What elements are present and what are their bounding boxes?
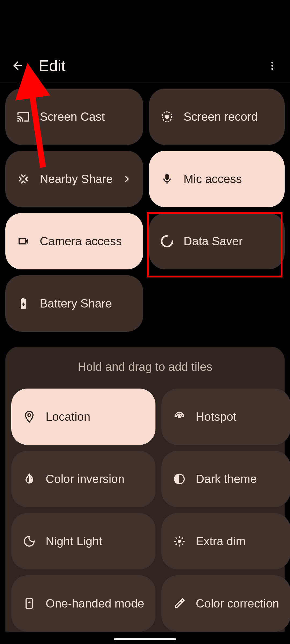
location-icon: [23, 410, 36, 423]
tile-hotspot[interactable]: Hotspot: [161, 389, 290, 445]
tile-screen-record[interactable]: Screen record: [149, 89, 285, 145]
tile-label: Screen Cast: [40, 110, 105, 123]
tile-label: Night Light: [46, 535, 102, 548]
tile-screen-cast[interactable]: Screen Cast: [5, 89, 143, 145]
datasaver-icon: [160, 235, 174, 248]
invert-icon: [23, 472, 36, 486]
tile-label: Color correction: [196, 597, 279, 610]
back-arrow-icon: [11, 59, 24, 72]
more-vert-icon: [267, 60, 278, 71]
tile-label: Color inversion: [46, 472, 124, 486]
tile-nearby-share[interactable]: Nearby Share: [5, 151, 143, 207]
available-hint: Hold and drag to add tiles: [11, 360, 279, 374]
more-menu-button[interactable]: [264, 58, 280, 74]
chevron-right-icon: [122, 174, 132, 184]
tile-one-handed[interactable]: One-handed mode: [11, 575, 155, 632]
svg-point-2: [271, 68, 273, 70]
available-tiles-panel: Hold and drag to add tiles LocationHotsp…: [5, 347, 285, 632]
nearby-icon: [17, 172, 30, 186]
record-icon: [160, 110, 174, 123]
tile-label: Extra dim: [196, 535, 246, 548]
tile-label: Camera access: [40, 235, 122, 248]
tile-camera-access[interactable]: Camera access: [5, 213, 143, 269]
tile-mic-access[interactable]: Mic access: [149, 151, 285, 207]
tile-label: Battery Share: [40, 297, 112, 310]
eyedropper-icon: [173, 597, 186, 610]
cast-icon: [17, 110, 30, 123]
tile-data-saver[interactable]: Data Saver: [149, 213, 285, 269]
tile-label: Location: [46, 410, 90, 423]
tile-dark-theme[interactable]: Dark theme: [161, 451, 290, 507]
camera-icon: [17, 235, 30, 248]
battery-share-icon: [17, 297, 30, 310]
tile-color-correction[interactable]: Color correction: [161, 575, 290, 632]
tile-label: One-handed mode: [46, 597, 144, 610]
tile-color-inversion[interactable]: Color inversion: [11, 451, 155, 507]
svg-point-1: [271, 65, 273, 67]
header: Edit: [0, 48, 290, 83]
tile-location[interactable]: Location: [11, 389, 155, 445]
tile-label: Data Saver: [183, 235, 242, 248]
moon-icon: [23, 535, 36, 548]
dark-icon: [173, 472, 186, 486]
page-title: Edit: [39, 57, 264, 75]
mic-icon: [160, 172, 174, 186]
onehand-icon: [23, 597, 36, 610]
tile-label: Hotspot: [196, 410, 237, 423]
tile-extra-dim[interactable]: Extra dim: [161, 513, 290, 569]
tile-label: Screen record: [183, 110, 258, 123]
tile-label: Dark theme: [196, 472, 257, 486]
tile-night-light[interactable]: Night Light: [11, 513, 155, 569]
svg-point-0: [271, 62, 273, 64]
back-button[interactable]: [10, 58, 26, 74]
active-tiles-section: Screen CastScreen recordNearby ShareMic …: [0, 83, 290, 337]
hotspot-icon: [173, 410, 186, 423]
dim-icon: [173, 535, 186, 548]
tile-battery-share[interactable]: Battery Share: [5, 275, 143, 332]
available-tiles-grid: LocationHotspotColor inversionDark theme…: [11, 389, 279, 632]
tile-label: Nearby Share: [40, 172, 113, 186]
navigation-bar[interactable]: [114, 638, 176, 640]
active-tiles-grid: Screen CastScreen recordNearby ShareMic …: [5, 89, 285, 332]
tile-label: Mic access: [183, 172, 242, 186]
